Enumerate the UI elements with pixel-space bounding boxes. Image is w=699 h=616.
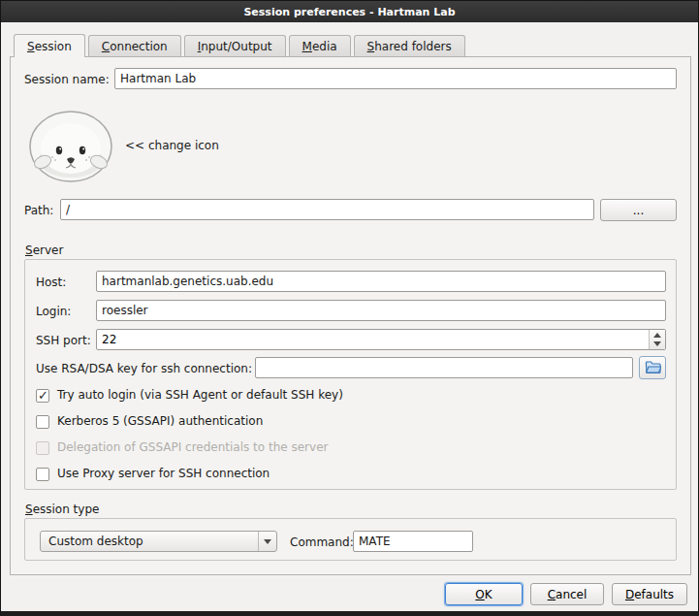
proxy-checkbox[interactable] [36, 468, 49, 481]
session-type-group-label: Session type [25, 503, 99, 517]
server-group-label: Server [25, 243, 63, 258]
session-type-value: Custom desktop [41, 535, 258, 548]
tab-connection-label: Connection [102, 40, 168, 53]
tab-input-output-label: Input/Output [198, 40, 272, 53]
path-label: Path: [24, 204, 53, 218]
session-name-input[interactable] [114, 68, 677, 89]
tab-connection[interactable]: Connection [88, 35, 181, 56]
tab-session-label: Session [27, 40, 72, 53]
session-icon[interactable] [27, 106, 114, 183]
path-input[interactable] [60, 199, 594, 220]
ssh-port-spinbox [96, 329, 666, 350]
titlebar[interactable]: Session preferences - Hartman Lab [1, 1, 698, 22]
kerberos-label: Kerberos 5 (GSSAPI) authentication [57, 414, 263, 429]
auto-login-checkbox-row[interactable]: Try auto login (via SSH Agent or default… [36, 388, 343, 403]
ok-button[interactable]: OK [445, 583, 523, 605]
defaults-button-label: Defaults [625, 588, 674, 601]
auto-login-label: Try auto login (via SSH Agent or default… [57, 388, 343, 403]
spin-down-icon[interactable] [653, 341, 661, 346]
gssapi-delegation-checkbox [36, 441, 49, 455]
host-input[interactable] [96, 271, 666, 292]
defaults-button[interactable]: Defaults [612, 583, 687, 605]
rsa-key-browse-button[interactable] [639, 356, 666, 379]
rsa-key-input[interactable] [255, 357, 633, 378]
gssapi-delegation-checkbox-row: Delegation of GSSAPI credentials to the … [36, 440, 328, 455]
kerberos-checkbox[interactable] [36, 415, 49, 429]
login-input[interactable] [96, 300, 666, 321]
proxy-label: Use Proxy server for SSH connection [57, 467, 270, 481]
cancel-button-label: Cancel [548, 588, 588, 601]
tab-bar: Session Connection Input/Output Media Sh… [14, 35, 465, 57]
window-title: Session preferences - Hartman Lab [243, 6, 455, 18]
chevron-down-icon [258, 532, 276, 551]
tab-session[interactable]: Session [14, 34, 85, 57]
login-label: Login: [36, 305, 71, 319]
seal-icon [27, 106, 114, 183]
kerberos-checkbox-row[interactable]: Kerberos 5 (GSSAPI) authentication [36, 414, 263, 429]
cancel-button[interactable]: Cancel [530, 583, 604, 605]
host-label: Host: [36, 276, 66, 290]
session-name-label: Session name: [24, 73, 110, 87]
tab-media[interactable]: Media [289, 35, 351, 56]
ssh-port-input[interactable] [97, 330, 648, 349]
gssapi-delegation-label: Delegation of GSSAPI credentials to the … [57, 440, 328, 455]
path-browse-label: ... [633, 204, 644, 217]
tab-shared-folders-label: Shared folders [367, 40, 452, 53]
auto-login-checkbox[interactable] [36, 389, 49, 403]
command-label: Command: [290, 535, 354, 550]
change-icon-hint: << change icon [125, 139, 219, 153]
spin-up-icon[interactable] [653, 333, 661, 338]
command-input[interactable] [353, 531, 473, 552]
rsa-key-label: Use RSA/DSA key for ssh connection: [36, 362, 252, 376]
ok-button-label: OK [475, 588, 492, 601]
path-browse-button[interactable]: ... [600, 199, 677, 221]
folder-icon [645, 361, 661, 374]
tab-media-label: Media [302, 40, 337, 53]
session-type-combo[interactable]: Custom desktop [40, 531, 277, 552]
session-preferences-dialog: Session preferences - Hartman Lab Sessio… [0, 0, 699, 616]
tab-shared-folders[interactable]: Shared folders [354, 35, 465, 56]
tab-input-output[interactable]: Input/Output [184, 35, 286, 56]
ssh-port-label: SSH port: [36, 334, 91, 348]
spin-arrows [649, 330, 665, 349]
proxy-checkbox-row[interactable]: Use Proxy server for SSH connection [36, 467, 270, 481]
